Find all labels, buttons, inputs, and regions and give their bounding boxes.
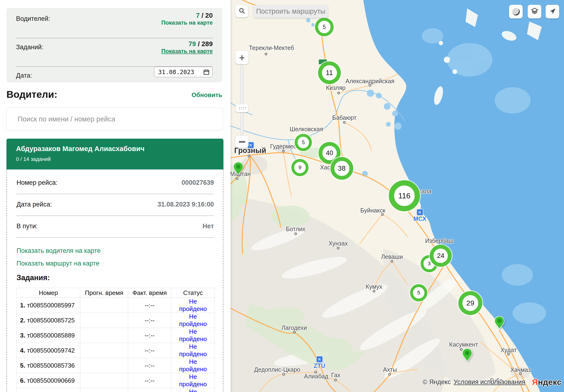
task-actual-time: --:-- — [128, 373, 171, 388]
task-number: 4. т0085500059742 — [17, 343, 80, 358]
task-status-link[interactable]: Не пройдено — [179, 298, 207, 312]
map-search-button[interactable] — [235, 5, 248, 17]
task-planned-time — [80, 388, 128, 392]
date-label: Дата: — [16, 72, 32, 79]
date-input[interactable] — [154, 67, 213, 77]
search-icon — [238, 7, 246, 15]
map-cluster-marker[interactable]: 11 — [318, 61, 341, 84]
build-routes-button[interactable]: Построить маршруты — [253, 5, 328, 18]
copyright-text: © Яндекс — [423, 378, 451, 386]
task-status: Не пройдено — [171, 313, 215, 328]
task-status: Не пройдено — [171, 373, 215, 388]
task-status-link[interactable]: Не пройдено — [179, 358, 207, 373]
show-on-map-link[interactable]: Показать маршрут на карте — [16, 260, 214, 267]
task-planned-time — [80, 313, 128, 328]
map-label: Буйнакск — [360, 207, 385, 214]
map-town-dot — [248, 155, 250, 157]
task-status-link[interactable]: Не пройдено — [179, 373, 207, 388]
date-value[interactable] — [158, 69, 199, 76]
panorama-sphere-icon — [512, 8, 520, 15]
map-cluster-marker[interactable]: 29 — [458, 291, 482, 315]
map-town-dot — [388, 373, 391, 376]
tasks-count-label: Заданий: — [16, 43, 43, 51]
map-town-dot — [282, 150, 285, 153]
task-status-link[interactable]: Не пройдено — [179, 328, 207, 343]
map-pin[interactable] — [462, 348, 472, 363]
map-town-dot — [315, 371, 317, 374]
task-planned-time — [80, 343, 128, 358]
divider — [16, 194, 214, 194]
map-pin[interactable] — [233, 162, 244, 176]
layers-icon — [531, 7, 539, 16]
task-actual-time: --:-- — [128, 388, 171, 392]
map-label: Лагодехи — [282, 324, 307, 331]
map-town-dot — [265, 53, 267, 56]
calendar-icon[interactable] — [203, 69, 210, 75]
field-value: Нет — [203, 223, 214, 230]
field-label: Номер рейса: — [16, 179, 58, 186]
driver-search-input[interactable] — [7, 108, 223, 130]
driver-search[interactable] — [6, 108, 223, 130]
divider — [16, 216, 214, 216]
task-status-link[interactable]: Не пройдено — [179, 388, 207, 392]
map-cluster-marker[interactable]: 24 — [430, 245, 452, 267]
zoom-slider-handle[interactable] — [236, 104, 248, 112]
map-label: Кумух — [366, 283, 382, 290]
map-label: Касумкент — [449, 341, 478, 348]
zoom-out-button[interactable] — [235, 136, 248, 148]
zoom-in-button[interactable]: + — [235, 51, 248, 64]
map-town-dot — [236, 177, 238, 180]
show-on-map-link[interactable]: Показать водителя на карте — [16, 247, 214, 254]
layers-button[interactable] — [528, 5, 541, 18]
col-status: Статус — [171, 288, 215, 298]
tasks-table-header: Номер Прогн. время Факт. время Статус — [17, 288, 215, 298]
map-cluster-marker[interactable]: 5 — [295, 134, 312, 151]
driver-card: Абдуразаков Магомед Алиасхабович 0 / 14 … — [6, 139, 223, 392]
driver-field-row: В пути:Нет — [16, 223, 214, 231]
task-planned-time — [80, 298, 128, 313]
drivers-count-value: 7 / 20 — [196, 12, 213, 19]
map-cluster-marker[interactable]: 116 — [389, 180, 420, 211]
task-row: 1. т0085500085997--:--Не пройдено — [17, 298, 215, 313]
zoom-slider-track[interactable] — [240, 65, 244, 136]
terms-of-use-link[interactable]: Условия использования — [454, 378, 525, 386]
task-planned-time — [80, 358, 128, 373]
tasks-count-value: 79 / 289 — [189, 40, 213, 48]
yandex-logo[interactable]: Яндекс — [532, 378, 562, 387]
map-pin[interactable] — [494, 316, 505, 331]
show-tasks-on-map-link[interactable]: Показать на карте — [161, 48, 213, 55]
show-drivers-on-map-link[interactable]: Показать на карте — [161, 19, 213, 26]
task-status-link[interactable]: Не пройдено — [179, 343, 207, 358]
col-actual-time: Факт. время — [128, 288, 171, 298]
map-canvas[interactable]: Терекли-МектебКизлярАлександрийскаяБабаю… — [231, 0, 564, 392]
refresh-link[interactable]: Обновить — [192, 91, 222, 99]
map-cluster-marker[interactable]: 5 — [410, 284, 427, 301]
driver-card-header[interactable]: Абдуразаков Магомед Алиасхабович 0 / 14 … — [6, 139, 223, 169]
task-actual-time: --:-- — [128, 328, 171, 343]
task-planned-time — [80, 373, 128, 388]
task-status: Не пройдено — [171, 358, 215, 373]
airport-icon: ✈ — [416, 209, 424, 216]
drivers-count-label: Водителей: — [16, 15, 50, 22]
task-status-link[interactable]: Не пройдено — [179, 313, 207, 327]
sidebar: Водителей: 7 / 20 Показать на карте Зада… — [0, 0, 231, 392]
task-number: 1. т0085500085997 — [17, 298, 80, 313]
locate-me-button[interactable] — [546, 5, 559, 18]
map-town-dot — [293, 331, 296, 334]
map-cluster-marker[interactable]: 5 — [315, 18, 334, 36]
panorama-button[interactable] — [509, 5, 523, 18]
map-label: Кизляр — [326, 84, 345, 91]
map-label: Терекли-Мектеб — [249, 44, 294, 51]
map-cluster-marker[interactable]: 9 — [291, 159, 309, 176]
task-number: 6. т0085500090669 — [17, 373, 80, 388]
map-town-dot — [282, 373, 285, 376]
divider — [16, 38, 213, 38]
navigation-arrow-icon — [549, 7, 556, 16]
map-cluster-marker[interactable]: 38 — [330, 157, 353, 180]
driver-task-progress: 0 / 14 заданий — [16, 156, 214, 162]
map-label: ZTU — [314, 362, 326, 369]
task-number: 7. т0085500085905 — [17, 388, 80, 392]
map-town-dot — [369, 84, 371, 87]
map-town-dot — [391, 260, 393, 263]
col-number: Номер — [17, 288, 80, 298]
